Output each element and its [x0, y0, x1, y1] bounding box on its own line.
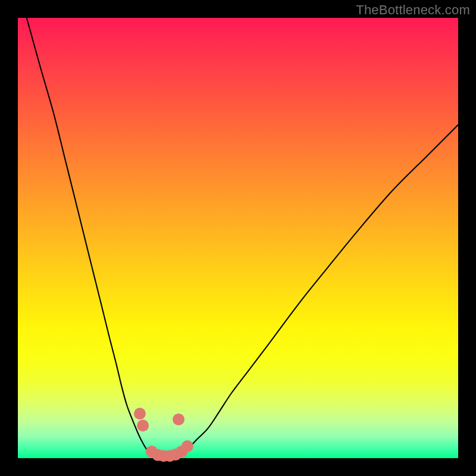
curve-left: [27, 18, 164, 458]
marker-point: [173, 414, 184, 425]
curve-right: [164, 125, 458, 458]
plot-area: [18, 18, 458, 458]
marker-point: [134, 408, 146, 419]
chart-svg: [18, 18, 458, 458]
marker-point: [181, 440, 193, 452]
markers-group: [134, 408, 193, 462]
watermark-text: TheBottleneck.com: [356, 2, 470, 18]
chart-stage: TheBottleneck.com: [0, 0, 476, 476]
marker-point: [137, 419, 149, 431]
